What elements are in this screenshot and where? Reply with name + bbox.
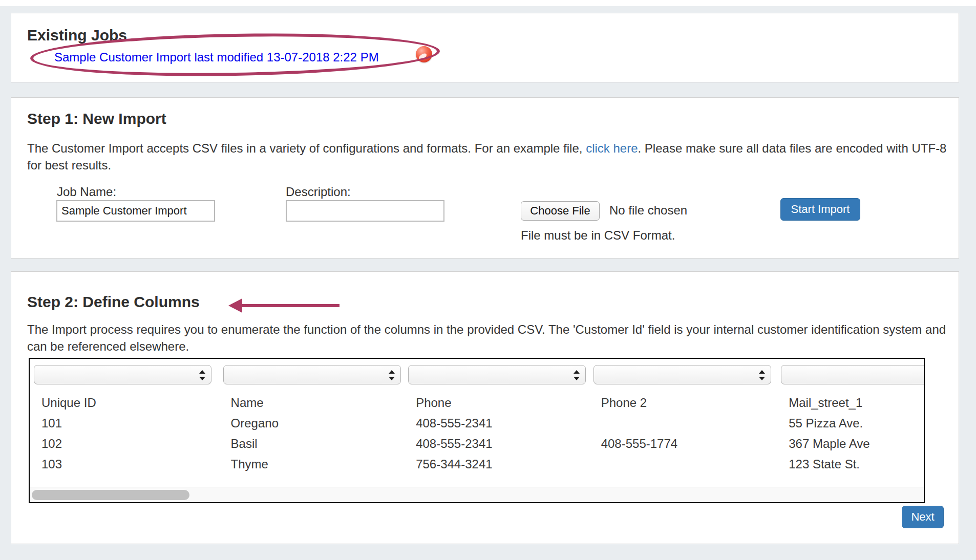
table-row: 102 Basil 408-555-2341 408-555-1774 367 … [34,434,925,454]
arrow-shaft [241,304,340,307]
start-import-button[interactable]: Start Import [780,198,860,221]
example-file-link[interactable]: click here [586,141,638,155]
choose-file-button[interactable]: Choose File [521,201,600,221]
no-file-chosen-text: No file chosen [609,203,687,218]
description-label: Description: [286,185,351,199]
step1-intro-text-before: The Customer Import accepts CSV files in… [27,141,586,155]
delete-job-icon[interactable] [416,46,432,62]
column-header: Name [223,392,409,413]
cell-mail-street: 367 Maple Ave [781,434,925,454]
select-arrows-icon [574,369,580,381]
cell-unique-id: 101 [34,413,223,434]
column-mapping-select-5[interactable] [781,365,925,384]
cell-name: Thyme [223,454,409,475]
column-mapping-row [34,365,925,392]
cell-phone: 408-555-2341 [408,434,593,454]
annotation-arrow [228,298,341,313]
cell-phone: 408-555-2341 [408,413,593,434]
arrow-head-icon [228,298,242,313]
select-arrows-icon [759,369,765,381]
customer-import-page: Existing Jobs Sample Customer Import las… [0,0,976,560]
cell-name: Oregano [223,413,409,434]
step2-panel: Step 2: Define Columns The Import proces… [11,271,959,544]
existing-jobs-title: Existing Jobs [27,27,127,44]
cell-unique-id: 102 [34,434,223,454]
delete-icon-highlight [418,52,428,61]
column-mapping-select-2[interactable] [223,365,401,384]
select-arrows-icon [199,369,205,381]
next-button[interactable]: Next [902,506,944,528]
step1-intro: The Customer Import accepts CSV files in… [27,140,949,174]
select-arrows-icon [389,369,395,381]
step2-intro: The Import process requires you to enume… [27,321,949,355]
csv-preview-table: Unique ID Name Phone Phone 2 Mail_street… [29,358,925,503]
table-row: 103 Thyme 756-344-3241 123 State St. [34,454,925,475]
cell-mail-street: 123 State St. [781,454,925,475]
cell-phone2: 408-555-1774 [593,434,781,454]
cell-phone: 756-344-3241 [408,454,593,475]
column-mapping-select-4[interactable] [593,365,771,384]
scrollbar-thumb[interactable] [32,490,189,500]
column-mapping-select-1[interactable] [34,365,211,384]
table-row: 101 Oregano 408-555-2341 55 Pizza Ave. [34,413,925,434]
cell-mail-street: 55 Pizza Ave. [781,413,925,434]
column-header: Unique ID [34,392,223,413]
cell-phone2 [593,454,781,475]
column-header: Phone 2 [593,392,781,413]
step1-title: Step 1: New Import [27,110,166,127]
column-header: Mail_street_1 [781,392,925,413]
cell-name: Basil [223,434,409,454]
description-input[interactable] [286,200,444,222]
table-header-row: Unique ID Name Phone Phone 2 Mail_street… [34,392,925,413]
job-name-label: Job Name: [57,185,116,199]
existing-job-link[interactable]: Sample Customer Import last modified 13-… [54,50,379,64]
existing-jobs-panel: Existing Jobs Sample Customer Import las… [11,13,959,82]
step1-panel: Step 1: New Import The Customer Import a… [11,97,959,259]
cell-phone2 [593,413,781,434]
step2-title: Step 2: Define Columns [27,293,200,311]
column-mapping-select-3[interactable] [408,365,586,384]
file-format-note: File must be in CSV Format. [521,228,675,243]
job-name-input[interactable] [56,200,215,222]
cell-unique-id: 103 [34,454,223,475]
column-header: Phone [408,392,593,413]
table-horizontal-scrollbar[interactable] [30,487,924,502]
